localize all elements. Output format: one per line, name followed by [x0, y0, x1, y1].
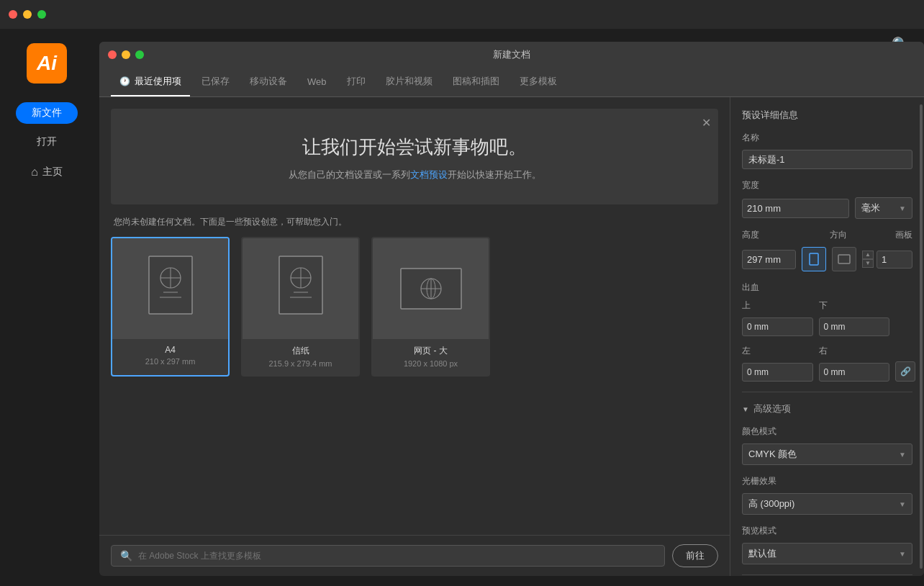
new-document-dialog: 新建文档 🕐 最近使用项 已保存 移动设备 Web 打印 胶片和视频 图稿和插图… [99, 42, 924, 576]
bleed-left-input[interactable] [743, 364, 812, 381]
template-card-web[interactable]: 网页 - 大 1920 x 1080 px [371, 237, 490, 377]
bleed-bottom-input-wrap [819, 317, 890, 336]
hero-link[interactable]: 文档预设 [410, 169, 448, 180]
recent-tab-icon: 🕐 [119, 76, 130, 86]
template-info-web: 网页 - 大 1920 x 1080 px [373, 339, 489, 375]
unit-value: 毫米 [861, 202, 880, 215]
tab-saved[interactable]: 已保存 [193, 68, 238, 96]
template-name-web: 网页 - 大 [380, 345, 481, 357]
hero-title: 让我们开始尝试新事物吧。 [140, 135, 689, 160]
tab-mobile[interactable]: 移动设备 [241, 68, 296, 96]
templates-section: 您尚未创建任何文档。下面是一些预设创意，可帮助您入门。 [99, 216, 730, 535]
bleed-right-input-wrap [819, 363, 890, 382]
templates-grid: A4 210 x 297 mm [111, 237, 718, 377]
portrait-button[interactable] [802, 247, 826, 271]
prev-button[interactable]: 前往 [672, 544, 718, 567]
titlebar [0, 0, 924, 29]
tab-illustration[interactable]: 图稿和插图 [444, 68, 508, 96]
bleed-top-input[interactable] [743, 318, 812, 335]
board-label: 画板 [895, 229, 912, 241]
tab-web[interactable]: Web [299, 69, 335, 96]
link-icon-button[interactable]: 🔗 [895, 361, 915, 382]
hero-desc: 从您自己的文档设置或一系列文档预设开始以快速开始工作。 [140, 168, 689, 181]
tab-recent-label: 最近使用项 [135, 75, 181, 88]
width-field: 宽度 毫米 ▼ [742, 179, 912, 219]
preview-arrow: ▼ [899, 550, 906, 558]
board-wrap: ▲ ▼ [862, 251, 912, 269]
max-traffic-light[interactable] [37, 10, 46, 19]
close-traffic-light[interactable] [9, 10, 17, 19]
color-mode-arrow: ▼ [899, 451, 906, 459]
hero-close-button[interactable]: ✕ [702, 116, 711, 130]
board-down[interactable]: ▼ [862, 259, 874, 268]
tab-print-label: 打印 [347, 75, 366, 88]
dialog-body: ✕ 让我们开始尝试新事物吧。 从您自己的文档设置或一系列文档预设开始以快速开始工… [99, 97, 924, 576]
template-card-a4[interactable]: A4 210 x 297 mm [111, 237, 230, 377]
unit-dropdown-arrow: ▼ [899, 204, 906, 212]
dialog-min-light[interactable] [122, 50, 130, 59]
hero-desc-before: 从您自己的文档设置或一系列 [289, 169, 410, 180]
landscape-button[interactable] [832, 247, 856, 271]
tab-more[interactable]: 更多模板 [511, 68, 566, 96]
board-up[interactable]: ▲ [862, 251, 874, 259]
template-info-a4: A4 210 x 297 mm [112, 339, 228, 373]
tab-print[interactable]: 打印 [338, 68, 374, 96]
template-name-letter: 信纸 [250, 345, 351, 357]
template-name-a4: A4 [119, 345, 221, 355]
height-input-wrap [742, 250, 796, 269]
bleed-right-input[interactable] [820, 364, 889, 381]
raster-dropdown[interactable]: 高 (300ppi) ▼ [742, 493, 912, 515]
raster-field: 光栅效果 高 (300ppi) ▼ [742, 475, 912, 515]
preset-details-title: 预设详细信息 [742, 109, 912, 122]
dialog-actions: 关闭 创建 [742, 574, 912, 576]
left-panel: ✕ 让我们开始尝试新事物吧。 从您自己的文档设置或一系列文档预设开始以快速开始工… [99, 97, 730, 576]
min-traffic-light[interactable] [23, 10, 32, 19]
color-mode-dropdown[interactable]: CMYK 颜色 ▼ [742, 443, 912, 465]
bleed-bottom-field: 下 [819, 299, 890, 336]
height-input[interactable] [743, 251, 795, 269]
tab-film-label: 胶片和视频 [386, 75, 432, 88]
preview-dropdown[interactable]: 默认值 ▼ [742, 543, 912, 564]
tab-film[interactable]: 胶片和视频 [377, 68, 441, 96]
board-input[interactable] [877, 251, 912, 269]
direction-label: 方向 [830, 229, 847, 241]
color-mode-field: 颜色模式 CMYK 颜色 ▼ [742, 425, 912, 465]
bottom-search-bar: 🔍 前往 [99, 535, 730, 576]
template-size-a4: 210 x 297 mm [119, 357, 221, 366]
template-thumb-web [373, 238, 489, 339]
preview-field: 预览模式 默认值 ▼ [742, 525, 912, 564]
divider [742, 392, 912, 392]
open-file-button[interactable]: 打开 [37, 135, 57, 148]
search-icon: 🔍 [120, 550, 132, 562]
dialog-max-light[interactable] [135, 50, 144, 59]
sidebar: Ai 新文件 打开 ⌂ 主页 [0, 29, 94, 586]
preview-label: 预览模式 [742, 525, 912, 537]
svg-rect-13 [810, 253, 818, 265]
tab-recent[interactable]: 🕐 最近使用项 [111, 68, 190, 96]
width-input[interactable] [743, 199, 848, 217]
templates-hint: 您尚未创建任何文档。下面是一些预设创意，可帮助您入门。 [111, 216, 718, 228]
template-card-letter[interactable]: 信纸 215.9 x 279.4 mm [241, 237, 360, 377]
dialog-titlebar: 新建文档 [99, 42, 924, 68]
bleed-bottom-input[interactable] [820, 318, 889, 335]
bleed-right-field: 右 [819, 345, 890, 382]
advanced-toggle[interactable]: ▼ 高级选项 [742, 402, 912, 415]
name-input[interactable] [742, 150, 912, 169]
dialog-close-light[interactable] [108, 50, 117, 59]
ai-logo: Ai [27, 43, 67, 84]
scroll-bar [920, 104, 923, 569]
home-nav-item[interactable]: ⌂ 主页 [31, 166, 63, 179]
color-mode-value: CMYK 颜色 [748, 448, 797, 461]
template-thumb-letter [243, 238, 358, 339]
board-stepper: ▲ ▼ [862, 251, 874, 268]
unit-dropdown[interactable]: 毫米 ▼ [855, 197, 912, 219]
tab-web-label: Web [307, 76, 327, 87]
home-icon: ⌂ [31, 166, 38, 179]
template-thumb-a4 [112, 238, 228, 339]
raster-label: 光栅效果 [742, 475, 912, 487]
new-file-button[interactable]: 新文件 [16, 102, 78, 124]
preview-value: 默认值 [748, 547, 776, 560]
search-input[interactable] [138, 551, 656, 561]
tab-illustration-label: 图稿和插图 [453, 75, 499, 88]
bleed-left-input-wrap [742, 363, 813, 382]
